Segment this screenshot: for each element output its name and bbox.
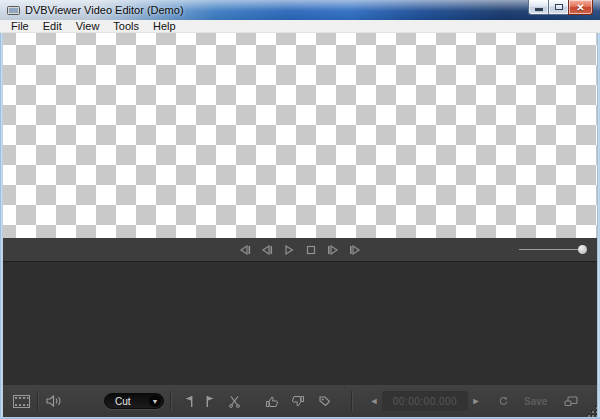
video-preview-checkerboard[interactable] — [3, 33, 597, 238]
tag-icon — [318, 395, 331, 408]
menu-help[interactable]: Help — [146, 20, 183, 33]
jump-start-button[interactable] — [236, 241, 254, 258]
stop-icon — [306, 245, 316, 255]
chevron-down-icon: ▼ — [152, 398, 159, 405]
window-title: DVBViewer Video Editor (Demo) — [25, 0, 184, 20]
prev-arrow-icon: ◄ — [370, 396, 379, 406]
zoom-slider-knob[interactable] — [578, 245, 587, 254]
filmstrip-icon — [13, 395, 30, 408]
keep-segment-button[interactable] — [259, 390, 285, 412]
flag-right-icon — [205, 395, 216, 408]
close-icon: ✕ — [576, 1, 584, 14]
discard-segment-button[interactable] — [285, 390, 311, 412]
minimize-icon — [535, 8, 543, 12]
menu-edit[interactable]: Edit — [36, 20, 69, 33]
jump-start-icon — [239, 245, 251, 255]
jump-end-button[interactable] — [346, 241, 364, 258]
menu-view[interactable]: View — [69, 20, 107, 33]
flag-left-icon — [183, 395, 194, 408]
stop-button[interactable] — [302, 241, 320, 258]
maximize-icon — [555, 4, 563, 10]
time-step-back-button[interactable]: ◄ — [366, 392, 382, 410]
transport-bar — [3, 238, 597, 261]
menu-tools[interactable]: Tools — [106, 20, 146, 33]
scissors-icon — [228, 395, 241, 408]
toolbar-separator — [37, 391, 38, 411]
menu-file[interactable]: File — [4, 20, 36, 33]
close-button[interactable]: ✕ — [568, 0, 593, 15]
cut-scissors-button[interactable] — [221, 390, 247, 412]
minimize-button[interactable] — [528, 0, 548, 15]
next-arrow-icon: ► — [472, 396, 481, 406]
save-button[interactable]: Save — [524, 396, 547, 407]
display-windows-icon — [564, 396, 578, 407]
tag-button[interactable] — [311, 390, 337, 412]
zoom-slider[interactable] — [519, 238, 587, 261]
dropdown-arrow-circle: ▼ — [149, 395, 161, 407]
speaker-icon — [46, 395, 62, 407]
play-icon — [284, 245, 294, 255]
play-button[interactable] — [280, 241, 298, 258]
time-step-forward-button[interactable]: ► — [468, 392, 484, 410]
set-end-marker-button[interactable] — [199, 390, 221, 412]
time-display-field[interactable]: 00:00:00.000 — [382, 391, 468, 411]
cut-mode-value: Cut — [115, 396, 131, 407]
jump-end-icon — [349, 245, 361, 255]
zoom-slider-track — [519, 249, 581, 250]
menu-bar: File Edit View Tools Help — [0, 20, 600, 33]
filmstrip-button[interactable] — [11, 390, 31, 412]
window-controls: ✕ — [528, 0, 593, 15]
thumbs-down-icon — [291, 395, 305, 408]
step-forward-icon — [327, 245, 339, 255]
audio-button[interactable] — [44, 390, 64, 412]
refresh-button[interactable] — [492, 390, 514, 412]
time-display-value: 00:00:00.000 — [393, 396, 457, 407]
timeline-area[interactable] — [3, 261, 597, 385]
cut-mode-dropdown[interactable]: Cut ▼ — [104, 393, 164, 409]
window-border-left — [0, 33, 3, 417]
set-start-marker-button[interactable] — [177, 390, 199, 412]
title-bar[interactable]: DVBViewer Video Editor (Demo) ✕ — [0, 0, 600, 20]
thumbs-up-icon — [265, 395, 279, 408]
app-icon — [7, 5, 20, 16]
step-back-button[interactable] — [258, 241, 276, 258]
bottom-toolbar: Cut ▼ — [3, 385, 597, 417]
maximize-button[interactable] — [548, 0, 568, 15]
toolbar-separator — [170, 391, 171, 411]
display-mode-button[interactable] — [559, 390, 583, 412]
step-back-icon — [261, 245, 273, 255]
step-forward-button[interactable] — [324, 241, 342, 258]
toolbar-separator — [351, 391, 352, 411]
app-window: DVBViewer Video Editor (Demo) ✕ File Edi… — [0, 0, 600, 419]
refresh-icon — [498, 396, 509, 407]
